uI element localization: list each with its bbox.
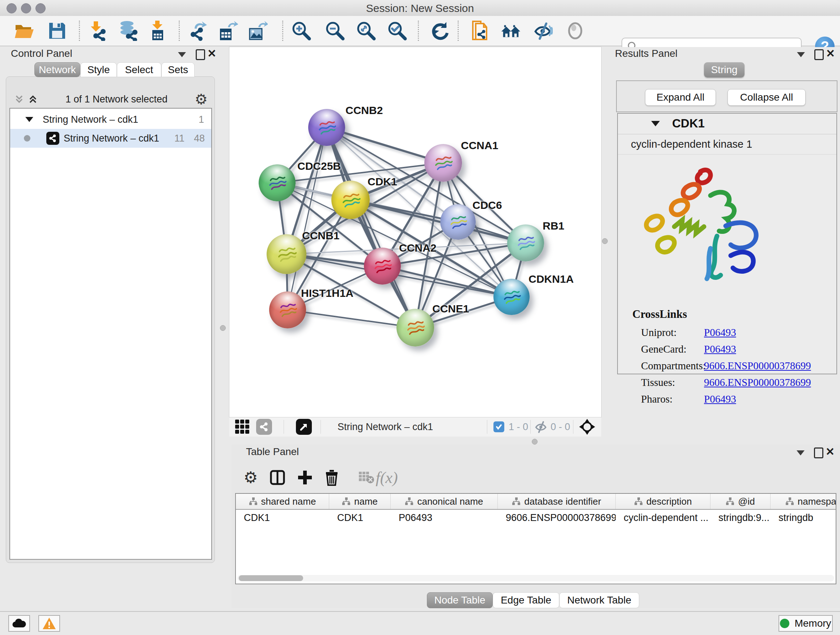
save-session-button[interactable]: [47, 21, 67, 41]
network-node-cdc25b[interactable]: [259, 165, 295, 201]
toolbar-separator: [79, 21, 80, 41]
network-collection-row[interactable]: String Network – cdk1 1: [10, 110, 211, 129]
show-hide-graphics-button[interactable]: [532, 21, 553, 41]
network-node-ccnb2[interactable]: [308, 109, 345, 146]
zoom-selected-button[interactable]: [387, 21, 407, 41]
results-panel-menu-caret-icon[interactable]: [797, 52, 805, 57]
tree-expand-caret-icon[interactable]: [25, 117, 33, 122]
show-columns-button[interactable]: [268, 469, 286, 486]
export-network-button[interactable]: [188, 21, 208, 41]
tissues-link[interactable]: 9606.ENSP00000378699: [704, 377, 811, 388]
node-label-ccna2: CCNA2: [399, 242, 436, 254]
network-view-type-button[interactable]: [256, 419, 272, 435]
network-node-ccna2[interactable]: [364, 248, 401, 285]
uniprot-link[interactable]: P06493: [704, 326, 736, 339]
warning-status-button[interactable]: [38, 615, 60, 632]
results-panel-float-icon[interactable]: [814, 49, 824, 60]
hidden-elements-button[interactable]: [534, 419, 548, 435]
share-document-icon: [470, 21, 490, 41]
import-network-from-database-button[interactable]: [118, 21, 139, 41]
tab-edge-table[interactable]: Edge Table: [493, 592, 559, 608]
detach-view-button[interactable]: [296, 419, 312, 435]
export-table-button[interactable]: [218, 21, 238, 41]
column-header-shared-name[interactable]: shared name: [236, 494, 329, 509]
network-node-cdkn1a[interactable]: [493, 279, 530, 315]
import-network-button[interactable]: [87, 21, 107, 41]
column-header-id[interactable]: @id: [711, 494, 771, 509]
tab-network-table[interactable]: Network Table: [559, 592, 639, 608]
main-toolbar: ?: [0, 16, 840, 46]
cloud-status-button[interactable]: [8, 615, 30, 632]
control-panel-close-icon[interactable]: ✕: [207, 47, 216, 60]
pharos-link[interactable]: P06493: [704, 393, 736, 405]
table-settings-button[interactable]: ⚙: [242, 469, 260, 486]
right-splitter-handle[interactable]: [602, 238, 608, 244]
network-node-cdk1[interactable]: [332, 181, 370, 219]
column-header-database-identifier[interactable]: database identifier: [498, 494, 616, 509]
create-column-button[interactable]: [296, 469, 314, 486]
compartments-link[interactable]: 9606.ENSP00000378699: [704, 360, 811, 372]
table-row[interactable]: CDK1 CDK1 P06493 9606.ENSP00000378699 cy…: [236, 510, 836, 526]
delete-table-button[interactable]: [357, 469, 376, 486]
birdseye-toggle-button[interactable]: [579, 419, 595, 435]
column-type-icon: [726, 497, 734, 506]
eye-button[interactable]: [565, 21, 585, 41]
expand-all-button[interactable]: Expand All: [645, 89, 716, 106]
tab-select[interactable]: Select: [117, 62, 161, 77]
refresh-button[interactable]: [430, 21, 450, 41]
network-node-cdc6[interactable]: [440, 204, 476, 240]
zoom-fit-button[interactable]: [356, 21, 376, 41]
delete-column-button[interactable]: [323, 469, 341, 486]
table-panel-close-icon[interactable]: ✕: [826, 445, 835, 458]
export-image-button[interactable]: [248, 21, 268, 41]
crosslink-label: GeneCard:: [641, 343, 687, 355]
collapse-all-button[interactable]: Collapse All: [728, 89, 806, 106]
zoom-in-button[interactable]: [291, 21, 311, 41]
crosslink-label: Tissues:: [641, 377, 675, 388]
network-row-selected[interactable]: String Network – cdk1 11 48: [10, 129, 211, 148]
node-label-ccne1: CCNE1: [432, 302, 469, 315]
cloud-icon: [12, 618, 27, 629]
control-panel-menu-caret-icon[interactable]: [178, 52, 186, 57]
tab-style[interactable]: Style: [80, 62, 117, 77]
selected-checkbox[interactable]: [493, 419, 504, 435]
control-panel-float-icon[interactable]: [196, 49, 205, 60]
function-builder-button[interactable]: f(x): [378, 469, 396, 486]
home-button[interactable]: [501, 21, 521, 41]
column-header-name[interactable]: name: [329, 494, 391, 509]
column-header-canonical-name[interactable]: canonical name: [391, 494, 498, 509]
genecard-link[interactable]: P06493: [704, 343, 736, 355]
network-node-ccna1[interactable]: [424, 144, 462, 182]
tab-network[interactable]: Network: [34, 62, 80, 77]
open-session-button[interactable]: [14, 21, 34, 41]
tab-sets[interactable]: Sets: [161, 62, 195, 77]
table-panel-float-icon[interactable]: [814, 448, 823, 458]
network-node-ccne1[interactable]: [396, 309, 434, 347]
gear-icon[interactable]: ⚙: [195, 92, 208, 106]
horizontal-scrollbar-thumb[interactable]: [239, 575, 303, 581]
section-collapse-caret-icon[interactable]: [651, 121, 660, 126]
app-window: Session: New Session: [0, 0, 840, 635]
protein-section-header[interactable]: CDK1: [618, 114, 836, 134]
share-document-button[interactable]: [470, 21, 490, 41]
tab-string[interactable]: String: [704, 62, 745, 78]
network-node-rb1[interactable]: [507, 225, 544, 261]
network-canvas[interactable]: CCNB2CCNA1CDC25BCDK1CDC6RB1CCNB1CCNA2CDK…: [229, 47, 601, 417]
memory-button[interactable]: Memory: [778, 615, 833, 632]
network-node-ccnb1[interactable]: [267, 234, 306, 274]
tab-node-table[interactable]: Node Table: [427, 592, 493, 608]
horizontal-splitter-handle[interactable]: [532, 439, 538, 445]
zoom-out-button[interactable]: [325, 21, 345, 41]
column-header-description[interactable]: description: [616, 494, 711, 509]
grid-view-button[interactable]: [234, 419, 250, 435]
results-panel-close-icon[interactable]: ✕: [826, 47, 835, 60]
open-folder-icon: [14, 21, 34, 40]
expand-all-chevron-icon[interactable]: [27, 94, 38, 105]
left-splitter-handle[interactable]: [220, 325, 226, 331]
protein-name: CDK1: [672, 117, 705, 130]
table-panel-menu-caret-icon[interactable]: [797, 450, 805, 455]
network-node-hist1h1a[interactable]: [269, 291, 306, 328]
collapse-all-chevron-icon[interactable]: [14, 94, 25, 105]
column-header-namespace[interactable]: namespace: [771, 494, 836, 509]
import-table-button[interactable]: [147, 21, 167, 41]
